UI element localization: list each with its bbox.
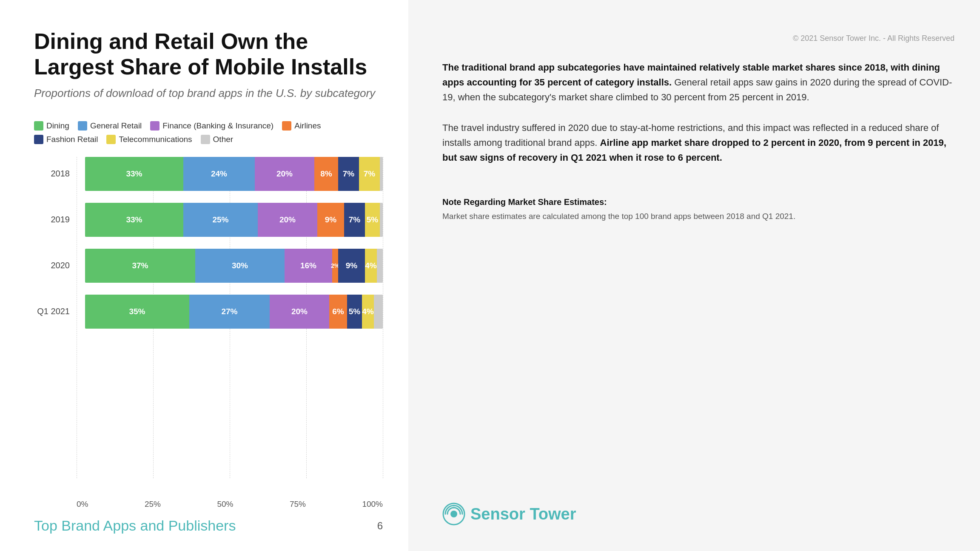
chart-row: 202037%30%16%2%9%4% bbox=[34, 249, 383, 283]
x-axis-label: 75% bbox=[290, 500, 306, 509]
legend-swatch bbox=[150, 121, 160, 131]
body-text-1: The traditional brand app subcategories … bbox=[442, 60, 954, 105]
bar-segment: 25% bbox=[183, 203, 258, 237]
legend-label: General Retail bbox=[90, 121, 142, 131]
legend-item: Fashion Retail bbox=[34, 135, 98, 144]
bar-segment: 2% bbox=[332, 249, 338, 283]
tower-text: Tower bbox=[530, 505, 576, 523]
bar-segment: 20% bbox=[255, 157, 314, 191]
bar-segment bbox=[380, 203, 383, 237]
copyright: © 2021 Sensor Tower Inc. - All Rights Re… bbox=[442, 34, 954, 43]
bar-segment: 9% bbox=[317, 203, 344, 237]
bar-segment: 8% bbox=[314, 157, 338, 191]
grid-line bbox=[383, 157, 383, 478]
x-axis-label: 50% bbox=[217, 500, 233, 509]
x-axis-label: 100% bbox=[362, 500, 383, 509]
note-body: Market share estimates are calculated am… bbox=[442, 210, 954, 223]
legend-label: Other bbox=[213, 135, 234, 144]
row-year-label: 2020 bbox=[34, 261, 77, 270]
x-axis: 0%25%50%75%100% bbox=[77, 500, 383, 509]
bar-segment: 20% bbox=[258, 203, 317, 237]
legend-swatch bbox=[78, 121, 87, 131]
legend-swatch bbox=[34, 121, 43, 131]
legend-label: Dining bbox=[46, 121, 69, 131]
legend-label: Airlines bbox=[294, 121, 321, 131]
bar-segment: 7% bbox=[344, 203, 365, 237]
body-text-2: The travel industry suffered in 2020 due… bbox=[442, 120, 954, 165]
sensor-tower-icon bbox=[442, 503, 465, 525]
bar-segment: 24% bbox=[183, 157, 255, 191]
bar-segment: 7% bbox=[338, 157, 359, 191]
bottom-bar: Top Brand Apps and Publishers 6 bbox=[34, 509, 383, 534]
row-year-label: 2019 bbox=[34, 215, 77, 224]
legend: DiningGeneral RetailFinance (Banking & I… bbox=[34, 121, 383, 144]
left-panel: Dining and Retail Own the Largest Share … bbox=[0, 0, 408, 551]
bar-segment: 27% bbox=[189, 295, 270, 329]
chart-rows-area: 201833%24%20%8%7%7%201933%25%20%9%7%5%20… bbox=[34, 157, 383, 495]
note-title: Note Regarding Market Share Estimates: bbox=[442, 197, 954, 207]
bar-segment: 4% bbox=[365, 249, 377, 283]
bar-segment bbox=[380, 157, 383, 191]
bar-segment: 33% bbox=[85, 157, 183, 191]
right-panel: © 2021 Sensor Tower Inc. - All Rights Re… bbox=[408, 0, 980, 551]
chart-row: 201933%25%20%9%7%5% bbox=[34, 203, 383, 237]
legend-swatch bbox=[106, 135, 116, 144]
bar-segment: 6% bbox=[329, 295, 347, 329]
legend-label: Telecommunications bbox=[119, 135, 192, 144]
legend-swatch bbox=[34, 135, 43, 144]
x-axis-label: 25% bbox=[145, 500, 161, 509]
chart-row: Q1 202135%27%20%6%5%4% bbox=[34, 295, 383, 329]
sensor-tower-logo: Sensor Tower bbox=[442, 486, 954, 525]
chart-row: 201833%24%20%8%7%7% bbox=[34, 157, 383, 191]
bar-container: 37%30%16%2%9%4% bbox=[85, 249, 383, 283]
legend-item: Finance (Banking & Insurance) bbox=[150, 121, 273, 131]
bar-segment: 7% bbox=[359, 157, 380, 191]
bar-container: 35%27%20%6%5%4% bbox=[85, 295, 383, 329]
bottom-title: Top Brand Apps and Publishers bbox=[34, 517, 236, 534]
chart-wrapper: 201833%24%20%8%7%7%201933%25%20%9%7%5%20… bbox=[34, 157, 383, 509]
bar-segment: 30% bbox=[195, 249, 285, 283]
main-title: Dining and Retail Own the Largest Share … bbox=[34, 29, 383, 80]
legend-item: General Retail bbox=[78, 121, 142, 131]
legend-label: Finance (Banking & Insurance) bbox=[162, 121, 273, 131]
row-year-label: Q1 2021 bbox=[34, 307, 77, 316]
x-axis-label: 0% bbox=[77, 500, 88, 509]
bar-segment: 16% bbox=[285, 249, 332, 283]
legend-item: Airlines bbox=[282, 121, 321, 131]
bar-segment: 35% bbox=[85, 295, 189, 329]
bar-segment: 33% bbox=[85, 203, 183, 237]
bar-segment: 9% bbox=[338, 249, 365, 283]
row-year-label: 2018 bbox=[34, 169, 77, 179]
bar-segment: 5% bbox=[365, 203, 380, 237]
sensor-tower-text: Sensor Tower bbox=[470, 505, 576, 523]
legend-item: Dining bbox=[34, 121, 69, 131]
legend-swatch bbox=[282, 121, 291, 131]
bar-container: 33%25%20%9%7%5% bbox=[85, 203, 383, 237]
bar-segment: 4% bbox=[362, 295, 374, 329]
bar-segment bbox=[377, 249, 383, 283]
bar-container: 33%24%20%8%7%7% bbox=[85, 157, 383, 191]
page-number: 6 bbox=[377, 520, 383, 532]
legend-item: Telecommunications bbox=[106, 135, 192, 144]
legend-label: Fashion Retail bbox=[46, 135, 98, 144]
sensor-text: Sensor bbox=[470, 505, 530, 523]
legend-item: Other bbox=[201, 135, 234, 144]
subtitle: Proportions of download of top brand app… bbox=[34, 87, 383, 100]
bar-segment: 5% bbox=[347, 295, 362, 329]
legend-swatch bbox=[201, 135, 210, 144]
bar-segment bbox=[374, 295, 383, 329]
bar-segment: 20% bbox=[270, 295, 329, 329]
svg-point-1 bbox=[450, 511, 457, 517]
bar-segment: 37% bbox=[85, 249, 195, 283]
